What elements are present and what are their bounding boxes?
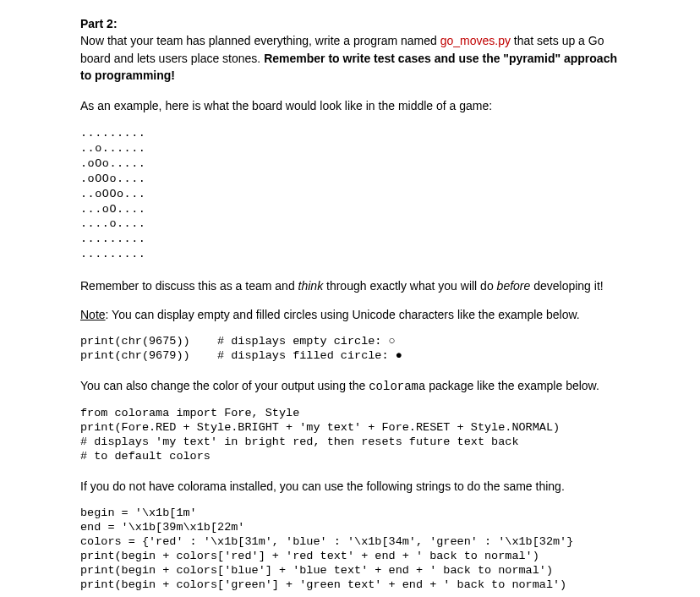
colorama-code-block: from colorama import Fore, Style print(F… <box>80 407 620 464</box>
note-label: Note <box>80 308 106 321</box>
remember-pre: Remember to discuss this as a team and <box>80 279 298 293</box>
remember-paragraph: Remember to discuss this as a team and t… <box>80 277 620 294</box>
fallback-code-block: begin = '\x1b[1m' end = '\x1b[39m\x1b[22… <box>80 507 620 592</box>
part-heading: Part 2: <box>80 15 620 32</box>
colorama-post: package like the example below. <box>425 379 599 392</box>
note-paragraph: Note: You can display empty and filled c… <box>80 306 620 323</box>
intro-pre: Now that your team has planned everythin… <box>80 34 440 47</box>
unicode-code-block: print(chr(9675)) # displays empty circle… <box>80 335 620 364</box>
filename: go_moves.py <box>440 34 511 47</box>
colorama-paragraph: You can also change the color of your ou… <box>80 377 620 395</box>
remember-italic2: before <box>497 279 531 293</box>
remember-mid: through exactly what you will do <box>323 279 496 293</box>
colorama-inline-code: colorama <box>369 380 425 393</box>
note-text: : You can display empty and filled circl… <box>106 308 580 321</box>
intro-paragraph: Now that your team has planned everythin… <box>80 32 620 84</box>
fallback-paragraph: If you do not have colorama installed, y… <box>80 478 620 495</box>
remember-post: developing it! <box>530 279 603 293</box>
remember-italic1: think <box>298 279 324 293</box>
board-example: ......... ..o...... .oOo..... .oOOo.... … <box>80 126 620 261</box>
colorama-pre: You can also change the color of your ou… <box>80 379 369 392</box>
example-intro: As an example, here is what the board wo… <box>80 97 620 114</box>
